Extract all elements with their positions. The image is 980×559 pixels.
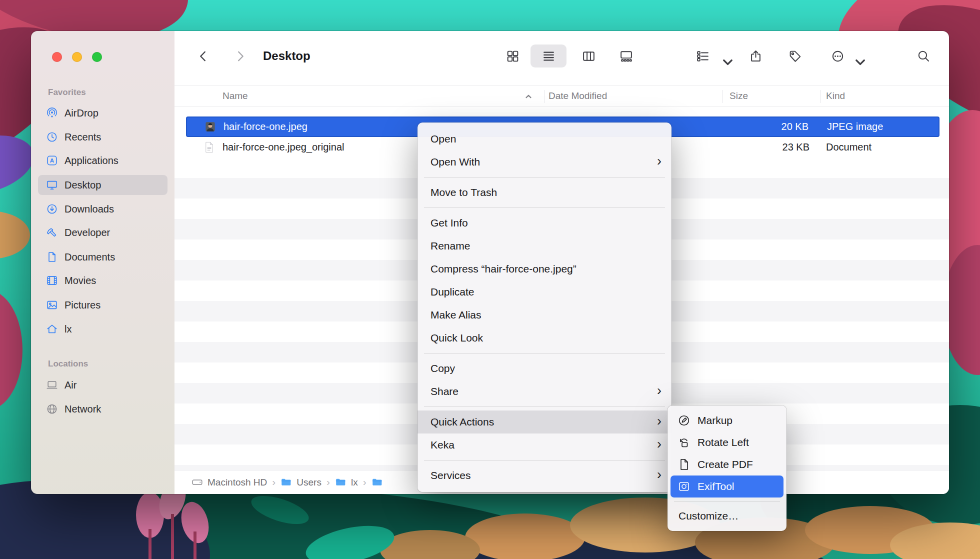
- menu-item-label: Share: [430, 386, 458, 398]
- menu-separator: [418, 456, 672, 464]
- sidebar-item-air[interactable]: Air: [38, 375, 168, 395]
- share-icon: [749, 50, 762, 63]
- desktop-icon: [46, 179, 58, 191]
- more-chevron-button[interactable]: [850, 52, 870, 72]
- pathbar-item-users[interactable]: Users: [280, 476, 322, 488]
- menu-item-quick-actions[interactable]: Quick Actions›: [418, 410, 672, 434]
- documents-icon: [46, 251, 58, 263]
- sidebar-item-label: Desktop: [64, 180, 101, 191]
- gallery-view-button[interactable]: [616, 46, 636, 66]
- column-view-button[interactable]: [579, 46, 598, 66]
- submenu-item-label: Customize…: [678, 510, 738, 522]
- sidebar-item-label: lx: [64, 324, 72, 335]
- menu-item-label: Duplicate: [430, 286, 474, 298]
- globe-icon: [46, 403, 58, 415]
- pathbar-item-partial[interactable]: [372, 476, 383, 488]
- menu-item-share[interactable]: Share›: [418, 380, 672, 403]
- sidebar-item-applications[interactable]: A Applications: [38, 150, 168, 170]
- column-divider[interactable]: [544, 90, 545, 103]
- sidebar-item-home-lx[interactable]: lx: [38, 319, 168, 339]
- menu-item-label: Keka: [430, 439, 454, 451]
- home-icon: [46, 323, 58, 335]
- menu-separator: [418, 350, 672, 357]
- quick-actions-submenu: Markup Rotate Left Create PDF ExifTool C…: [668, 406, 786, 531]
- submenu-item-label: Rotate Left: [698, 436, 749, 448]
- column-header-kind[interactable]: Kind: [826, 90, 845, 102]
- pathbar-item-macintosh-hd[interactable]: Macintosh HD: [192, 476, 267, 488]
- sidebar-item-recents[interactable]: Recents: [38, 127, 168, 147]
- image-file-icon: [204, 120, 216, 133]
- sidebar-item-label: Documents: [64, 252, 115, 263]
- submenu-item-create-pdf[interactable]: Create PDF: [668, 454, 786, 476]
- sidebar-item-airdrop[interactable]: AirDrop: [38, 103, 168, 123]
- menu-item-quick-look[interactable]: Quick Look: [418, 326, 672, 350]
- sidebar-item-pictures[interactable]: Pictures: [38, 295, 168, 315]
- markup-icon: [678, 414, 690, 427]
- svg-text:A: A: [50, 158, 54, 164]
- menu-item-rename[interactable]: Rename: [418, 234, 672, 258]
- file-size: 20 KB: [782, 121, 808, 132]
- column-divider[interactable]: [820, 90, 821, 103]
- clock-icon: [46, 131, 58, 143]
- menu-item-label: Open With: [430, 156, 480, 168]
- sidebar-item-documents[interactable]: Documents: [38, 247, 168, 267]
- submenu-item-label: ExifTool: [698, 480, 734, 492]
- icon-view-button[interactable]: [503, 46, 522, 66]
- pathbar-chevron-icon: ›: [272, 476, 276, 487]
- zoom-window-button[interactable]: [92, 52, 102, 62]
- submenu-item-customize[interactable]: Customize…: [668, 505, 786, 527]
- column-header-size[interactable]: Size: [730, 90, 748, 102]
- share-button[interactable]: [746, 46, 765, 66]
- submenu-item-markup[interactable]: Markup: [668, 410, 786, 432]
- sidebar-item-downloads[interactable]: Downloads: [38, 199, 168, 219]
- chevron-left-icon: [196, 50, 210, 63]
- sidebar-item-label: Pictures: [64, 300, 100, 311]
- close-window-button[interactable]: [52, 52, 62, 62]
- menu-item-get-info[interactable]: Get Info: [418, 212, 672, 234]
- group-chevron-button[interactable]: [718, 52, 737, 72]
- sidebar-item-label: Developer: [64, 227, 110, 238]
- window-title: Desktop: [263, 49, 310, 63]
- menu-item-copy[interactable]: Copy: [418, 357, 672, 380]
- pathbar-chevron-icon: ›: [363, 476, 366, 487]
- submenu-item-exiftool[interactable]: ExifTool: [670, 476, 784, 498]
- submenu-item-rotate-left[interactable]: Rotate Left: [668, 432, 786, 454]
- menu-item-keka[interactable]: Keka›: [418, 434, 672, 456]
- minimize-window-button[interactable]: [72, 52, 82, 62]
- sidebar-item-network[interactable]: Network: [38, 399, 168, 419]
- submenu-item-label: Markup: [698, 414, 732, 426]
- column-header-name[interactable]: Name: [222, 90, 248, 102]
- desktop-screen: Favorites AirDrop Recents A Applications…: [0, 0, 980, 559]
- pathbar-label: Users: [296, 477, 322, 488]
- sidebar-item-label: Downloads: [64, 204, 114, 215]
- menu-item-open[interactable]: Open: [418, 128, 672, 150]
- column-divider[interactable]: [722, 90, 722, 103]
- column-header-date-modified[interactable]: Date Modified: [548, 90, 607, 102]
- group-button[interactable]: [693, 46, 712, 66]
- submenu-chevron-icon: ›: [657, 154, 662, 168]
- sort-ascending-icon[interactable]: [524, 92, 532, 100]
- forward-button[interactable]: [230, 46, 250, 66]
- menu-item-services[interactable]: Services›: [418, 464, 672, 487]
- pathbar-item-lx[interactable]: lx: [335, 476, 358, 488]
- list-view-button[interactable]: [539, 46, 558, 66]
- search-button[interactable]: [914, 46, 933, 66]
- tag-button[interactable]: [786, 46, 804, 66]
- list-column-headers: Name Date Modified Size Kind: [174, 85, 949, 107]
- submenu-item-label: Create PDF: [698, 458, 753, 470]
- file-kind: JPEG image: [827, 121, 883, 132]
- laptop-icon: [46, 379, 58, 391]
- menu-item-compress[interactable]: Compress “hair-force-one.jpeg”: [418, 258, 672, 280]
- more-options-button[interactable]: [828, 46, 847, 66]
- menu-item-label: Rename: [430, 240, 470, 252]
- menu-item-label: Get Info: [430, 217, 468, 229]
- sidebar-item-label: Air: [64, 380, 76, 391]
- menu-item-make-alias[interactable]: Make Alias: [418, 304, 672, 326]
- sidebar-item-desktop[interactable]: Desktop: [38, 175, 168, 195]
- back-button[interactable]: [194, 46, 212, 66]
- menu-item-duplicate[interactable]: Duplicate: [418, 280, 672, 304]
- menu-item-open-with[interactable]: Open With›: [418, 150, 672, 174]
- sidebar-item-developer[interactable]: Developer: [38, 222, 168, 242]
- sidebar-item-movies[interactable]: Movies: [38, 270, 168, 290]
- menu-item-move-to-trash[interactable]: Move to Trash: [418, 181, 672, 204]
